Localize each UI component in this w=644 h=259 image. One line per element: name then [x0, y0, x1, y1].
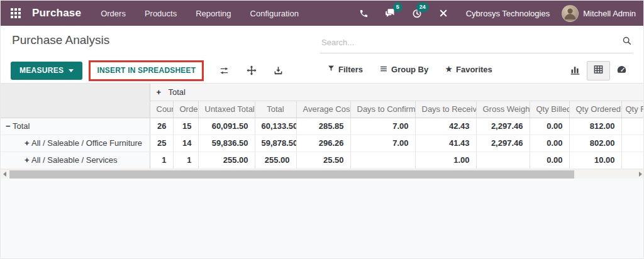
measure-header[interactable]: Total [255, 101, 296, 118]
dashboard-view-button[interactable] [610, 61, 633, 80]
pivot-cell[interactable]: 10.00 [569, 152, 621, 168]
filters-dropdown[interactable]: Filters [328, 65, 363, 74]
pivot-cell[interactable]: 1 [173, 152, 198, 168]
measure-header[interactable]: Count [150, 101, 173, 118]
pivot-cell[interactable]: 14 [173, 135, 198, 152]
app-name[interactable]: Purchase [32, 7, 81, 19]
funnel-icon [328, 65, 335, 74]
graph-view-button[interactable] [564, 61, 587, 80]
pivot-cell[interactable]: 1 [150, 152, 173, 168]
gauge-icon [616, 64, 627, 77]
row-header-label: All / Saleable / Services [31, 155, 118, 165]
insert-in-spreadsheet-button[interactable]: INSERT IN SPREADSHEET [91, 62, 202, 79]
measure-header[interactable]: Qty Billed [530, 101, 569, 118]
apps-menu-button[interactable] [1, 1, 31, 26]
search-facets: Filters Group By ★ Favorites [328, 55, 492, 83]
measure-header[interactable]: Untaxed Total [198, 101, 255, 118]
pivot-cell[interactable]: 0.00 [530, 118, 569, 135]
pivot-cell[interactable]: 2,297.46 [476, 118, 530, 135]
pivot-cell[interactable]: 59,836.50 [198, 135, 255, 152]
company-switcher[interactable]: Cybrosys Technologies [457, 1, 559, 26]
menu-reporting[interactable]: Reporting [186, 1, 240, 26]
pivot-cell[interactable]: 0.00 [530, 135, 569, 152]
pivot-cell[interactable] [476, 152, 530, 168]
pivot-cell[interactable]: 0.00 [530, 152, 569, 168]
expand-row-icon[interactable]: + [25, 138, 31, 148]
voip-button[interactable] [351, 1, 377, 26]
pivot-cell[interactable]: 41.43 [415, 135, 476, 152]
search-input[interactable] [321, 38, 622, 47]
activities-button[interactable]: 24 [404, 1, 430, 26]
pivot-cell[interactable]: 2,297.46 [476, 135, 530, 152]
pivot-cell[interactable] [621, 135, 644, 152]
pivot-cell[interactable]: 60,091.50 [198, 118, 255, 135]
content-background [1, 179, 644, 259]
collapse-row-icon[interactable]: − [6, 121, 13, 131]
control-panel-top: Purchase Analysis [1, 26, 643, 55]
scrollbar-thumb[interactable] [9, 170, 574, 179]
horizontal-scrollbar[interactable] [1, 169, 644, 179]
flip-axis-button[interactable] [219, 66, 230, 75]
row-header[interactable]: −Total [1, 118, 150, 135]
pivot-cell[interactable]: 285.85 [296, 118, 350, 135]
scroll-left-arrow[interactable] [1, 170, 9, 179]
pivot-cell[interactable]: 25.50 [296, 152, 350, 168]
expand-column-icon[interactable]: + [157, 87, 164, 97]
pivot-corner-cell [1, 84, 150, 118]
pivot-cell[interactable]: 25 [150, 135, 173, 152]
pivot-cell[interactable] [350, 152, 415, 168]
pivot-cell[interactable]: 15 [173, 118, 198, 135]
row-header[interactable]: +All / Saleable / Office Furniture [1, 135, 150, 152]
measure-header[interactable]: Gross Weight [476, 101, 530, 118]
messages-button[interactable]: 5 [377, 1, 404, 26]
menu-configuration[interactable]: Configuration [241, 1, 308, 26]
measure-header[interactable]: Days to Receive [415, 101, 476, 118]
app-window: Purchase Orders Products Reporting Confi… [0, 0, 644, 259]
menu-products[interactable]: Products [135, 1, 186, 26]
control-panel-bottom: MEASURES INSERT IN SPREADSHEET Filters [1, 55, 643, 83]
pivot-cell[interactable]: 7.00 [350, 118, 415, 135]
pivot-cell[interactable]: 255.00 [198, 152, 255, 168]
favorites-dropdown[interactable]: ★ Favorites [445, 65, 492, 74]
measure-header[interactable]: Order [173, 101, 198, 118]
row-header[interactable]: +All / Saleable / Services [1, 152, 150, 168]
expand-row-icon[interactable]: + [25, 155, 31, 165]
pivot-cell[interactable]: 59,878.50 [255, 135, 296, 152]
pivot-cell[interactable]: 60,133.50 [255, 118, 296, 135]
filters-label: Filters [338, 65, 363, 74]
measure-header[interactable]: Qty Re [621, 101, 644, 118]
pivot-cell[interactable]: 296.26 [296, 135, 350, 152]
download-xlsx-button[interactable] [274, 66, 283, 75]
pivot-tools [219, 65, 283, 75]
measure-header[interactable]: Qty Ordered [569, 101, 621, 118]
group-by-dropdown[interactable]: Group By [380, 65, 428, 74]
menu-orders[interactable]: Orders [91, 1, 135, 26]
measure-header[interactable]: Days to Confirm [350, 101, 415, 118]
user-menu[interactable]: Mitchell Admin [559, 1, 643, 26]
activities-badge: 24 [416, 3, 429, 12]
pivot-cell[interactable]: 7.00 [350, 135, 415, 152]
pivot-cell[interactable]: 26 [150, 118, 173, 135]
pivot-cell[interactable] [621, 118, 644, 135]
pivot-cell[interactable] [621, 152, 644, 168]
pivot-cell[interactable]: 255.00 [255, 152, 296, 168]
view-switcher [564, 61, 633, 80]
pivot-row: +All / Saleable / Services11255.00255.00… [1, 152, 644, 168]
debug-tools-button[interactable] [430, 1, 457, 26]
scroll-right-arrow[interactable] [636, 170, 644, 179]
column-group-header[interactable]: +Total [150, 84, 644, 101]
page-title: Purchase Analysis [12, 33, 109, 47]
user-avatar [562, 5, 579, 22]
pivot-cell[interactable]: 1.00 [415, 152, 476, 168]
pivot-cell[interactable]: 42.43 [415, 118, 476, 135]
measure-header[interactable]: Average Cost [296, 101, 350, 118]
search-icon[interactable] [622, 36, 632, 48]
pivot-table: +TotalCountOrderUntaxed TotalTotalAverag… [1, 84, 644, 169]
pivot-row: −Total261560,091.5060,133.50285.857.0042… [1, 118, 644, 135]
pivot-view-button[interactable] [587, 61, 610, 80]
pivot-cell[interactable]: 812.00 [569, 118, 621, 135]
measures-button[interactable]: MEASURES [11, 62, 82, 80]
apps-grid-icon [11, 8, 21, 18]
expand-all-button[interactable] [247, 65, 257, 75]
pivot-cell[interactable]: 802.00 [569, 135, 621, 152]
